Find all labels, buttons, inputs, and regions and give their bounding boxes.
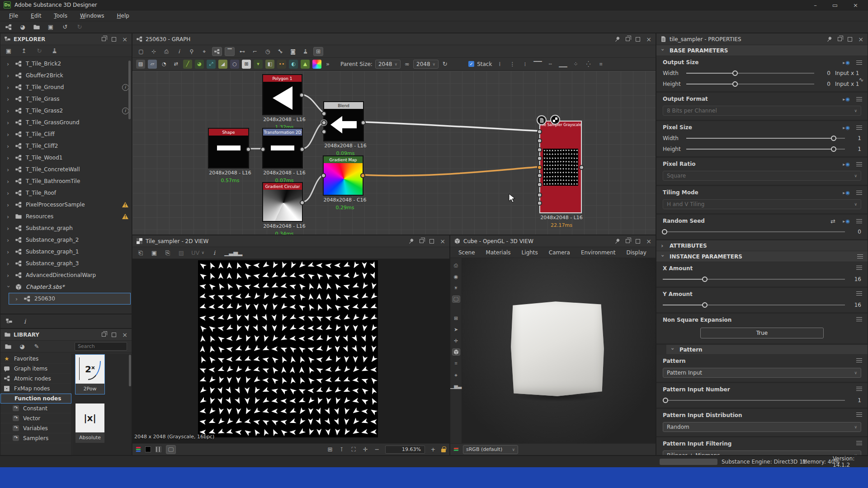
background-image-icon[interactable]: ▨ [178,250,185,256]
close-panel-icon[interactable]: × [440,238,445,244]
shuffle-seed-icon[interactable]: ⇄ [829,218,836,224]
preset-menu-icon[interactable] [856,291,862,296]
section-menu-icon[interactable] [857,254,863,259]
y-amount-slider[interactable]: 16 [663,302,861,308]
menu-camera[interactable]: Camera [544,249,575,257]
input-dot[interactable] [537,182,542,187]
maximize-panel-icon[interactable] [636,37,640,42]
scatter-node-icon[interactable]: •• [277,60,286,69]
preset-menu-icon[interactable] [856,266,862,270]
node-tile-sampler-grayscale[interactable]: Tile Sampler Grayscale 2048x2048 - L16 2… [539,121,582,213]
close-panel-icon[interactable]: × [646,36,651,42]
pattern-subsection[interactable]: › Pattern [666,345,868,355]
input-dot[interactable] [537,201,542,206]
color-node-icon[interactable] [312,60,321,69]
distribute-v-icon[interactable]: ⁛ [583,60,593,69]
graph-canvas[interactable]: Polygon 1 2048x2048 - L16 1.32ms Shape 2… [132,71,656,235]
chevron-right-icon[interactable]: › [7,143,11,150]
noise-node-icon[interactable]: ▲ [301,60,310,69]
snap-grid-icon[interactable]: ⊞ [313,47,323,56]
save-icon[interactable]: ▣ [47,24,54,30]
distribute-h-icon[interactable]: ⁘ [571,60,580,69]
perspective-icon[interactable]: ⌗ [452,360,460,367]
preset-menu-icon[interactable] [856,162,862,167]
fxmap-node-icon[interactable]: ◧ [265,60,274,69]
pattern-dropdown[interactable]: Pattern Input∨ [663,368,861,378]
svg-node-icon[interactable]: ▱ [148,60,157,69]
input-dot[interactable] [321,129,326,134]
gizmo-icon[interactable]: ⚹ [452,371,460,378]
library-item-2pow[interactable]: 2ˣ 2Pow [75,354,105,394]
preset-menu-icon[interactable] [856,97,862,102]
preset-menu-icon[interactable] [856,317,862,322]
tree-item[interactable]: › T_Tile_Cliff2 [0,140,132,152]
float-panel-icon[interactable] [838,37,842,41]
shape-node-icon[interactable]: ○ [230,60,239,69]
clean-icon[interactable]: 🧹︎ [51,48,58,54]
export-icon[interactable]: ↥ [20,48,28,54]
input-dot[interactable] [321,173,326,178]
maximize-panel-icon[interactable] [112,333,116,337]
maximize-panel-icon[interactable] [429,239,434,244]
float-panel-icon[interactable] [102,37,106,41]
stats-icon[interactable]: ▁▅▃ [452,382,460,389]
close-button[interactable]: × [853,2,858,9]
input-dot[interactable] [537,156,542,161]
input-dot[interactable] [537,173,542,178]
link-size-icon[interactable]: ∞ [403,61,410,67]
input-dot[interactable] [260,147,265,152]
2d-canvas[interactable]: 2048 x 2048 (Grayscale, 16bpc) [132,259,449,443]
thumbnails-scrollbar[interactable] [129,355,131,386]
material-preview-mesh[interactable] [510,300,605,397]
tree-item[interactable]: › T_Tile_Brick2 [0,58,132,70]
undo-icon[interactable]: ↺ [61,24,69,30]
x-amount-slider[interactable]: 16 [663,276,861,282]
copy-image-icon[interactable]: ⎘ [164,250,171,256]
float-panel-icon[interactable] [626,239,630,243]
colorspace-layers-icon[interactable] [454,448,458,451]
parent-height-dropdown[interactable]: 2048∨ [413,60,439,69]
chevron-right-icon[interactable]: › [7,249,11,255]
bitmap-node-icon[interactable]: ▨ [136,60,145,69]
pin-panel-icon[interactable] [407,237,415,245]
pixel-width-slider[interactable]: Width 1 [663,135,861,141]
material-sphere-icon[interactable]: ◉ [452,273,460,280]
output-width-slider[interactable]: Width 0 Input x 1 [663,70,861,76]
reset-size-icon[interactable]: ↻ [441,61,448,67]
save-all-icon[interactable]: ▣ [5,48,12,54]
function-icon[interactable]: ▸◉ [843,60,850,66]
library-category[interactable]: ★ ↷ Variables [0,423,71,433]
base-parameters-section[interactable]: › BASE PARAMETERS [656,45,868,56]
output-dot[interactable] [360,173,365,178]
tile-generator-icon[interactable]: ⊞ [242,60,251,69]
chevron-right-icon[interactable]: › [15,296,20,302]
blend-node-icon[interactable]: ◔ [160,60,169,69]
link-wh-icon[interactable]: ∿ [858,77,865,83]
chevron-right-icon[interactable]: › [7,178,11,185]
library-category[interactable]: ★ ↷ Atomic nodes [0,374,71,384]
redo-icon[interactable]: ↻ [76,24,83,30]
input-dot[interactable] [537,165,542,170]
zoom-out-button[interactable]: − [373,446,381,452]
tree-item[interactable]: › T_Tile_Grass [0,93,132,105]
background-black-swatch[interactable] [145,446,151,452]
chevron-right-icon[interactable]: › [7,272,11,279]
non-square-expansion-toggle[interactable]: True [700,328,823,338]
tree-item[interactable]: › T_Tile_Ground [0,81,132,93]
chevron-right-icon[interactable]: › [7,166,11,173]
background-pattern-swatch[interactable] [156,446,161,452]
zoom-level-field[interactable]: 19.63% [385,446,425,454]
pin-panel-icon[interactable] [613,237,621,245]
float-panel-icon[interactable] [102,333,106,337]
chevron-right-icon[interactable]: › [7,108,11,114]
menu-materials[interactable]: Materials [481,249,515,257]
export-image-icon[interactable]: ⎗ [137,250,144,256]
link-style-icon[interactable]: ⌐ [250,47,260,56]
explorer-scrollbar[interactable] [128,61,131,119]
search-node-icon[interactable]: ⚲ [187,47,197,56]
lighting-icon[interactable]: ☀︎ [452,284,460,291]
3d-viewport[interactable]: ⎙ ◉ ☀︎ 🖵︎ ⊞ ➤ ✛︎ ⌗ ⚹ ▁▅▃ [450,258,656,443]
dot-node-icon[interactable]: ⊷ [237,47,247,56]
maximize-panel-icon[interactable] [112,37,116,42]
attributes-section[interactable]: › ATTRIBUTES [656,240,868,251]
